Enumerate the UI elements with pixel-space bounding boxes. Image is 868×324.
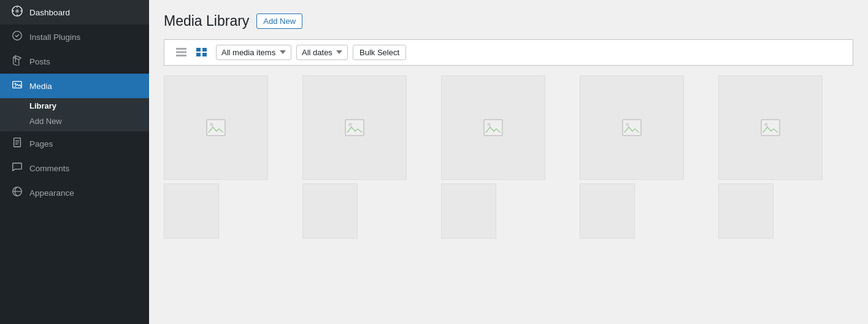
appearance-icon: [11, 186, 23, 199]
sidebar-item-comments-label: Comments: [29, 164, 69, 173]
media-placeholder-icon: [206, 119, 226, 136]
grid-icon: [196, 48, 207, 56]
sidebar-item-install-plugins[interactable]: Install Plugins: [0, 25, 149, 49]
main-content: Media Library Add New A: [149, 0, 868, 324]
svg-rect-12: [207, 120, 225, 136]
sidebar-item-appearance-label: Appearance: [29, 188, 74, 198]
svg-rect-8: [196, 48, 201, 52]
add-new-button[interactable]: Add New: [256, 14, 302, 29]
media-type-filter[interactable]: All media items Images Audio Video Docum…: [216, 45, 291, 60]
sidebar-item-pages[interactable]: Pages: [0, 131, 149, 156]
media-item[interactable]: [441, 75, 545, 180]
grid-view-button[interactable]: [192, 45, 211, 60]
media-item[interactable]: [441, 183, 496, 239]
svg-rect-10: [196, 53, 201, 56]
media-icon: [11, 79, 23, 93]
sidebar-item-media-label: Media: [29, 82, 52, 91]
media-item[interactable]: [164, 75, 268, 180]
sidebar-item-appearance[interactable]: Appearance: [0, 180, 149, 205]
svg-rect-5: [176, 48, 186, 50]
svg-point-21: [764, 123, 768, 126]
list-view-button[interactable]: [172, 45, 191, 60]
svg-rect-14: [345, 120, 364, 136]
svg-point-13: [210, 123, 213, 126]
svg-rect-18: [623, 120, 641, 136]
sidebar-sub-add-new[interactable]: Add New: [0, 114, 149, 129]
date-filter[interactable]: All dates: [296, 45, 348, 60]
page-header: Media Library Add New: [164, 12, 853, 31]
page-title: Media Library: [164, 12, 249, 31]
media-item[interactable]: [580, 183, 635, 239]
sidebar-item-media[interactable]: Media: [0, 74, 149, 98]
sidebar-item-posts-label: Posts: [29, 57, 50, 66]
svg-rect-6: [176, 52, 186, 53]
list-icon: [176, 48, 186, 56]
svg-rect-7: [176, 55, 186, 56]
media-item[interactable]: [718, 183, 774, 239]
media-placeholder-icon: [483, 119, 503, 136]
comments-icon: [11, 161, 23, 175]
media-placeholder-icon: [761, 119, 780, 136]
svg-point-17: [487, 123, 491, 126]
media-grid: [164, 75, 853, 239]
pages-icon: [11, 137, 23, 150]
posts-icon: [11, 55, 23, 68]
media-placeholder-icon: [622, 119, 642, 136]
svg-point-3: [15, 83, 17, 85]
view-toggle: [172, 45, 211, 60]
media-submenu: Library Add New: [0, 98, 149, 131]
svg-point-15: [348, 123, 352, 126]
media-toolbar: All media items Images Audio Video Docum…: [164, 39, 853, 66]
install-plugins-icon: [11, 30, 23, 44]
bulk-select-button[interactable]: Bulk Select: [353, 45, 406, 60]
sidebar-item-install-plugins-label: Install Plugins: [29, 33, 80, 42]
media-item[interactable]: [302, 183, 358, 239]
svg-rect-9: [202, 48, 207, 52]
media-item[interactable]: [580, 75, 684, 180]
media-item[interactable]: [302, 75, 407, 180]
svg-rect-20: [761, 120, 780, 136]
sidebar-item-dashboard-label: Dashboard: [29, 8, 70, 17]
svg-rect-16: [484, 120, 502, 136]
dashboard-icon: [11, 6, 23, 19]
svg-point-19: [626, 123, 629, 126]
sidebar-item-posts[interactable]: Posts: [0, 49, 149, 74]
media-placeholder-icon: [345, 119, 364, 136]
svg-rect-11: [202, 53, 207, 56]
sidebar-item-comments[interactable]: Comments: [0, 156, 149, 180]
sidebar-item-dashboard[interactable]: Dashboard: [0, 0, 149, 25]
media-item[interactable]: [718, 75, 823, 180]
sidebar: Dashboard Install Plugins Posts Media Li…: [0, 0, 149, 324]
sidebar-sub-library[interactable]: Library: [0, 98, 149, 114]
media-item[interactable]: [164, 183, 219, 239]
sidebar-item-pages-label: Pages: [29, 139, 53, 148]
